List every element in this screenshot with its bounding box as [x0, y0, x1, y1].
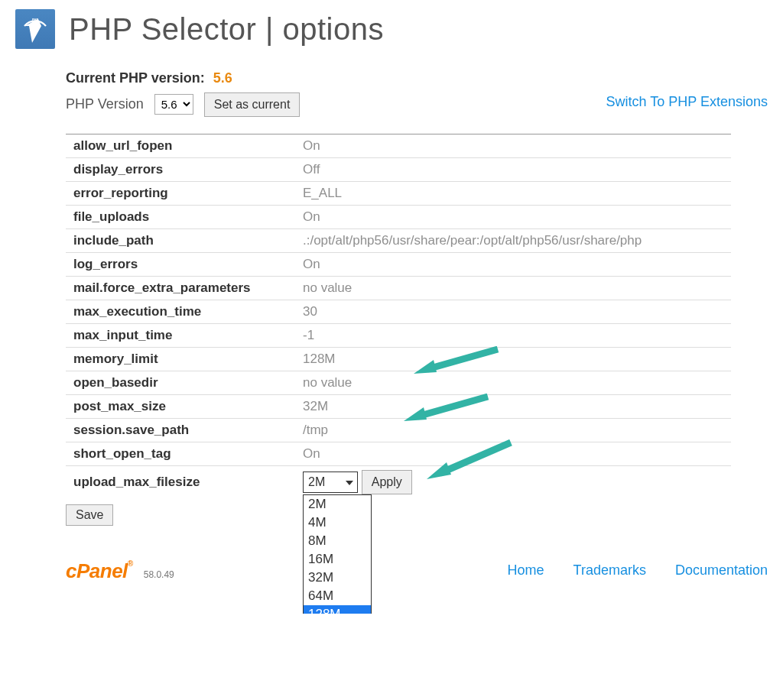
dropdown-option[interactable]: 8M: [304, 532, 371, 550]
option-value[interactable]: On: [295, 253, 731, 277]
option-name: post_max_size: [66, 395, 295, 419]
option-name: max_execution_time: [66, 300, 295, 324]
footer-link-documentation[interactable]: Documentation: [675, 562, 768, 578]
table-row: upload_max_filesize2M2M4M8M16M32M64M128M…: [66, 466, 731, 499]
php-version-label: PHP Version: [66, 96, 144, 112]
upload-max-filesize-select[interactable]: 2M: [303, 472, 358, 493]
dropdown-option[interactable]: 32M: [304, 569, 371, 587]
option-name: log_errors: [66, 253, 295, 277]
dropdown-option[interactable]: 16M: [304, 550, 371, 569]
footer: cPanel® 58.0.49 Home Trademarks Document…: [66, 559, 768, 583]
option-name: file_uploads: [66, 206, 295, 229]
option-name: open_basedir: [66, 371, 295, 395]
option-value[interactable]: On: [295, 206, 731, 229]
option-value: 2M2M4M8M16M32M64M128M256M512M1G Apply: [295, 466, 731, 499]
option-value[interactable]: On: [295, 442, 731, 466]
option-name: allow_url_fopen: [66, 134, 295, 158]
upload-max-filesize-dropdown[interactable]: 2M4M8M16M32M64M128M256M512M1G: [303, 494, 372, 614]
apply-button[interactable]: Apply: [362, 470, 412, 494]
option-value[interactable]: 128M: [295, 348, 731, 371]
option-name: session.save_path: [66, 419, 295, 442]
footer-links: Home Trademarks Documentation: [508, 562, 768, 578]
table-row: file_uploadsOn: [66, 206, 731, 229]
table-row: memory_limit128M: [66, 348, 731, 371]
cpanel-logo: cPanel®: [66, 559, 133, 583]
option-name: mail.force_extra_parameters: [66, 277, 295, 300]
dropdown-option[interactable]: 64M: [304, 587, 371, 605]
option-name: display_errors: [66, 158, 295, 182]
option-value[interactable]: -1: [295, 324, 731, 348]
php-selector-icon: PHP: [15, 9, 55, 49]
set-as-current-button[interactable]: Set as current: [204, 92, 301, 117]
option-value[interactable]: no value: [295, 277, 731, 300]
table-row: max_execution_time30: [66, 300, 731, 324]
option-name: max_input_time: [66, 324, 295, 348]
option-name: error_reporting: [66, 182, 295, 206]
table-row: session.save_path/tmp: [66, 419, 731, 442]
option-name: short_open_tag: [66, 442, 295, 466]
table-row: max_input_time-1: [66, 324, 731, 348]
table-row: post_max_size32M: [66, 395, 731, 419]
option-value[interactable]: .:/opt/alt/php56/usr/share/pear:/opt/alt…: [295, 229, 731, 253]
table-row: short_open_tagOn: [66, 442, 731, 466]
option-value[interactable]: /tmp: [295, 419, 731, 442]
footer-link-trademarks[interactable]: Trademarks: [573, 562, 646, 578]
save-button[interactable]: Save: [66, 504, 113, 526]
table-row: mail.force_extra_parametersno value: [66, 277, 731, 300]
table-row: log_errorsOn: [66, 253, 731, 277]
option-value[interactable]: Off: [295, 158, 731, 182]
current-version-value: 5.6: [213, 70, 232, 86]
option-value[interactable]: On: [295, 134, 731, 158]
current-php-version-line: Current PHP version: 5.6: [66, 70, 768, 86]
current-version-label: Current PHP version:: [66, 70, 205, 86]
dropdown-option[interactable]: 4M: [304, 514, 371, 532]
dropdown-option[interactable]: 2M: [304, 495, 371, 514]
table-row: include_path.:/opt/alt/php56/usr/share/p…: [66, 229, 731, 253]
page-header: PHP PHP Selector | options: [15, 9, 768, 49]
cpanel-version: 58.0.49: [144, 569, 174, 580]
page-title: PHP Selector | options: [69, 12, 384, 47]
upload-max-filesize-select-wrap: 2M2M4M8M16M32M64M128M256M512M1G: [303, 472, 358, 493]
switch-to-extensions-link[interactable]: Switch To PHP Extensions: [606, 94, 768, 110]
option-name: upload_max_filesize: [66, 466, 295, 499]
option-value[interactable]: no value: [295, 371, 731, 395]
option-name: memory_limit: [66, 348, 295, 371]
option-value[interactable]: 32M: [295, 395, 731, 419]
option-name: include_path: [66, 229, 295, 253]
options-table-wrap: allow_url_fopenOndisplay_errorsOfferror_…: [66, 134, 768, 498]
php-options-table: allow_url_fopenOndisplay_errorsOfferror_…: [66, 134, 731, 498]
table-row: display_errorsOff: [66, 158, 731, 182]
svg-text:PHP: PHP: [32, 18, 39, 21]
table-row: open_basedirno value: [66, 371, 731, 395]
footer-link-home[interactable]: Home: [508, 562, 544, 578]
option-value[interactable]: 30: [295, 300, 731, 324]
table-row: error_reportingE_ALL: [66, 182, 731, 206]
option-value[interactable]: E_ALL: [295, 182, 731, 206]
dropdown-option[interactable]: 128M: [304, 605, 371, 614]
table-row: allow_url_fopenOn: [66, 134, 731, 158]
php-version-select[interactable]: 5.6: [154, 94, 193, 115]
